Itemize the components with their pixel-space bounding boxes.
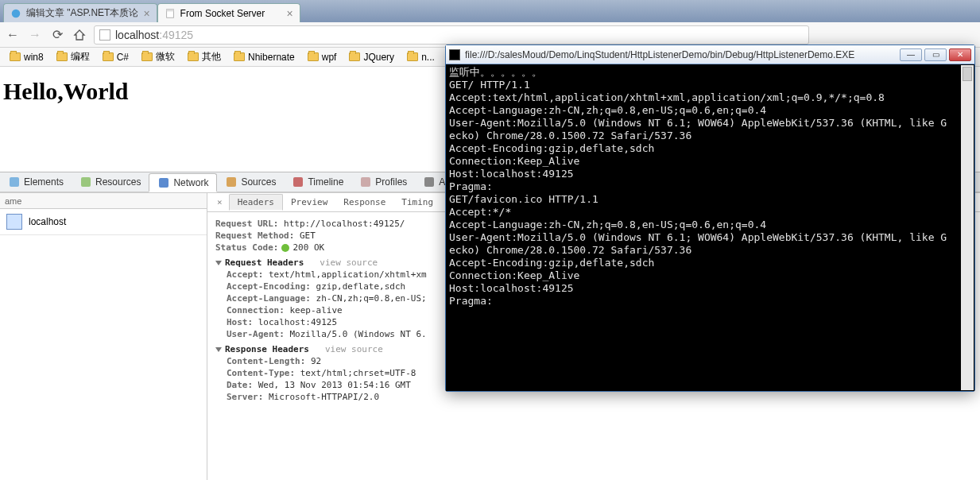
header-key: User-Agent:: [227, 329, 285, 339]
detail-subtab-response[interactable]: Response: [335, 195, 393, 210]
au-icon: [423, 176, 436, 188]
address-bar[interactable]: localhost:49125: [94, 25, 809, 45]
maximize-button[interactable]: ▭: [924, 48, 947, 61]
header-value: Microsoft-HTTPAPI/2.0: [269, 392, 379, 402]
bookmark-label: JQuery: [363, 52, 394, 63]
devtools-tab-label: Timeline: [308, 176, 343, 188]
forward-button[interactable]: →: [27, 27, 43, 43]
console-titlebar[interactable]: file:///D:/salesMoud/Demo/LinqStudent/Ht…: [446, 45, 974, 64]
document-icon: [6, 214, 22, 230]
close-button[interactable]: ✕: [949, 48, 971, 61]
bookmark-label: 编程: [71, 50, 90, 64]
detail-subtab-headers[interactable]: Headers: [229, 194, 283, 211]
devtools-tab-profiles[interactable]: Profiles: [351, 172, 415, 192]
bookmark-item[interactable]: n...: [402, 50, 440, 64]
elements-icon: [8, 176, 21, 188]
header-value: gzip,deflate,sdch: [316, 281, 406, 292]
header-value: localhost:49125: [258, 317, 337, 327]
disclosure-triangle-icon: [215, 261, 222, 265]
page-icon: [99, 29, 110, 41]
devtools-tab-sources[interactable]: Sources: [217, 172, 284, 192]
favicon-icon: [10, 8, 21, 19]
browser-tab-1[interactable]: From Socket Server ×: [157, 3, 300, 22]
bookmark-item[interactable]: wpf: [303, 50, 342, 64]
folder-icon: [234, 52, 245, 61]
detail-subtab-timing[interactable]: Timing: [393, 195, 441, 210]
bookmark-item[interactable]: 微软: [137, 48, 180, 65]
svg-rect-2: [166, 9, 173, 11]
request-list-header: ame: [0, 193, 207, 209]
status-dot-icon: [281, 244, 289, 252]
home-button[interactable]: [72, 27, 87, 43]
bookmark-item[interactable]: JQuery: [344, 50, 399, 64]
browser-tab-0[interactable]: 编辑文章 "ASP.NET本质论 ×: [3, 3, 157, 22]
reload-button[interactable]: ⟳: [49, 27, 65, 43]
folder-icon: [407, 52, 418, 61]
header-key: Host:: [227, 317, 253, 327]
console-scrollbar[interactable]: [961, 65, 974, 390]
request-method-value: GET: [300, 230, 316, 241]
status-code-label: Status Code:: [215, 242, 278, 253]
devtools-tab-label: Resources: [95, 176, 141, 188]
bookmark-label: wpf: [322, 52, 337, 63]
timeline-icon: [292, 176, 304, 188]
header-value: text/html;chrset=UTF-8: [300, 368, 416, 378]
svg-rect-4: [81, 177, 91, 187]
svg-rect-5: [159, 178, 168, 188]
tab-title: 编辑文章 "ASP.NET本质论: [26, 6, 138, 20]
bookmark-label: win8: [24, 52, 44, 63]
tab-close-icon[interactable]: ×: [143, 7, 149, 20]
back-button[interactable]: ←: [5, 27, 21, 43]
svg-rect-9: [424, 177, 434, 187]
console-window[interactable]: file:///D:/salesMoud/Demo/LinqStudent/Ht…: [445, 45, 975, 392]
devtools-tab-label: Elements: [24, 176, 64, 188]
svg-point-0: [12, 9, 21, 17]
folder-icon: [56, 52, 68, 61]
network-request-list: ame localhost: [0, 193, 207, 480]
scrollbar-thumb[interactable]: [963, 67, 972, 81]
header-value: keep-alive: [289, 305, 342, 315]
folder-icon: [349, 52, 360, 61]
svg-rect-3: [10, 177, 19, 187]
folder-icon: [141, 52, 153, 61]
header-value: text/html,application/xhtml+xm: [269, 269, 427, 280]
view-source-link[interactable]: view source: [320, 257, 378, 268]
browser-tabstrip: 编辑文章 "ASP.NET本质论 × From Socket Server ×: [0, 0, 980, 22]
devtools-tab-network[interactable]: Network: [149, 173, 217, 192]
header-key: Content-Type:: [227, 368, 295, 378]
network-request-row[interactable]: localhost: [0, 209, 207, 235]
header-key: Accept:: [227, 269, 263, 280]
favicon-icon: [165, 8, 176, 19]
devtools-tab-elements[interactable]: Elements: [0, 172, 72, 192]
header-key: Server:: [227, 392, 263, 402]
tab-close-icon[interactable]: ×: [286, 7, 292, 20]
close-details-icon[interactable]: ×: [211, 197, 229, 207]
bookmark-item[interactable]: 其他: [183, 48, 226, 65]
console-title: file:///D:/salesMoud/Demo/LinqStudent/Ht…: [465, 49, 895, 60]
bookmark-label: n...: [421, 52, 435, 63]
sources-icon: [225, 176, 238, 188]
header-value: 92: [311, 356, 321, 366]
url-text: localhost:49125: [115, 29, 193, 41]
devtools-tab-label: Profiles: [375, 176, 407, 188]
bookmark-item[interactable]: 编程: [52, 48, 95, 65]
devtools-tab-timeline[interactable]: Timeline: [284, 172, 351, 192]
network-icon: [157, 176, 170, 189]
bookmark-item[interactable]: C#: [98, 50, 134, 64]
header-key: Content-Length:: [227, 356, 305, 366]
folder-icon: [188, 52, 199, 61]
bookmark-label: 其他: [202, 50, 221, 64]
header-value: zh-CN,zh;q=0.8,en-US;: [316, 293, 427, 304]
profiles-icon: [359, 176, 372, 188]
bookmark-item[interactable]: Nhibernate: [229, 50, 300, 64]
header-key: Date:: [227, 380, 253, 390]
devtools-tab-resources[interactable]: Resources: [72, 172, 149, 192]
console-app-icon: [449, 49, 460, 60]
request-url-label: Request URL:: [215, 219, 278, 229]
detail-subtab-preview[interactable]: Preview: [283, 195, 335, 210]
bookmark-item[interactable]: win8: [5, 50, 48, 64]
folder-icon: [103, 52, 114, 61]
svg-rect-8: [361, 177, 370, 187]
view-source-link[interactable]: view source: [325, 344, 383, 354]
minimize-button[interactable]: —: [900, 48, 922, 61]
